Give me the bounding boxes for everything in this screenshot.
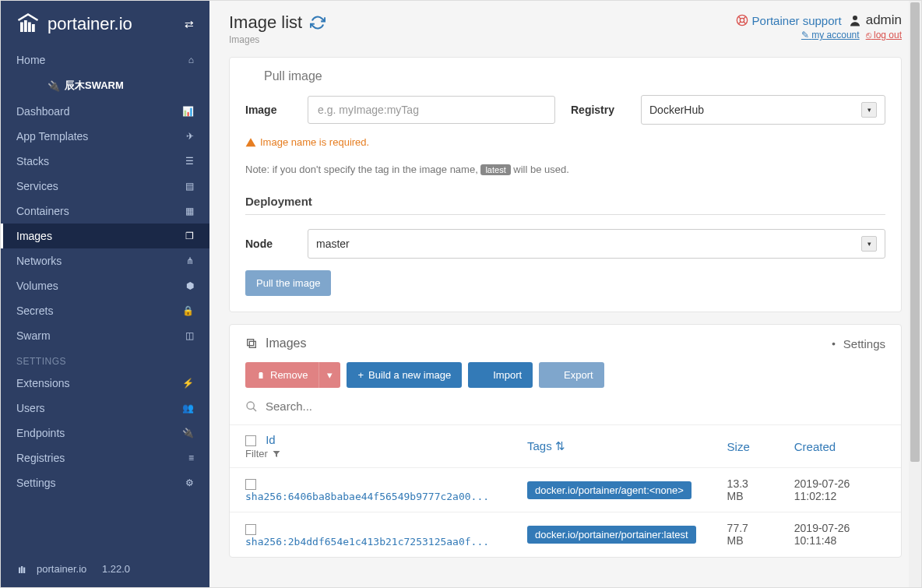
- svg-line-10: [744, 22, 746, 24]
- breadcrumb: Images: [229, 34, 326, 45]
- bolt-icon: ⚡: [182, 378, 194, 389]
- sidebar-item-volumes[interactable]: Volumes⬢: [1, 273, 209, 298]
- image-id-link[interactable]: sha256:6406ba8babae44f56549b9777c2a00...: [245, 491, 489, 502]
- support-link[interactable]: Portainer support: [736, 14, 842, 27]
- sidebar-item-dashboard[interactable]: Dashboard📊: [1, 99, 209, 124]
- select-all-checkbox[interactable]: [245, 435, 256, 446]
- nav: Home⌂ 🔌辰木SWARM Dashboard📊 App Templates✈…: [1, 48, 209, 550]
- pull-image-button[interactable]: Pull the image: [245, 270, 331, 296]
- sidebar-item-registries[interactable]: Registries≡: [1, 445, 209, 470]
- registry-select[interactable]: DockerHub ▾: [641, 95, 885, 125]
- svg-line-11: [738, 22, 741, 24]
- svg-rect-1: [24, 20, 27, 32]
- svg-rect-6: [23, 568, 25, 574]
- sidebar-item-home[interactable]: Home⌂: [1, 48, 209, 72]
- remove-button[interactable]: Remove: [245, 362, 318, 388]
- svg-rect-14: [249, 341, 255, 347]
- svg-line-12: [744, 16, 746, 19]
- object-group-icon: ◫: [185, 330, 194, 341]
- warning-icon: [245, 137, 256, 148]
- tachometer-icon: 📊: [182, 106, 194, 117]
- cogs-icon: ⚙: [185, 477, 194, 488]
- clone-icon: [245, 337, 258, 350]
- sort-icon[interactable]: ⇅: [555, 439, 565, 452]
- download-icon: [550, 371, 559, 380]
- svg-rect-5: [21, 566, 23, 573]
- image-input[interactable]: [308, 96, 555, 124]
- version-text: 1.22.0: [102, 563, 130, 575]
- sidebar-item-images[interactable]: Images❐: [1, 224, 209, 248]
- sidebar-item-extensions[interactable]: Extensions⚡: [1, 371, 209, 396]
- svg-rect-15: [248, 340, 254, 346]
- home-icon: ⌂: [188, 55, 194, 65]
- svg-point-8: [740, 18, 744, 22]
- sidebar-item-containers[interactable]: Containers▦: [1, 199, 209, 224]
- images-header: Images Settings: [230, 325, 901, 362]
- trash-icon: [256, 371, 266, 380]
- svg-rect-3: [32, 24, 35, 32]
- import-button[interactable]: Import: [468, 362, 533, 388]
- sidebar-item-users[interactable]: Users👥: [1, 396, 209, 421]
- scrollbar[interactable]: [909, 1, 921, 587]
- node-select[interactable]: master ▾: [308, 229, 885, 259]
- sidebar-item-services[interactable]: Services▤: [1, 174, 209, 199]
- sidebar-item-secrets[interactable]: Secrets🔒: [1, 298, 209, 323]
- build-image-button[interactable]: +Build a new image: [347, 362, 462, 388]
- users-icon: 👥: [182, 403, 194, 414]
- main-content: Image list Images Portainer support admi…: [209, 1, 921, 587]
- sitemap-icon: ⋔: [186, 255, 194, 266]
- svg-rect-0: [20, 23, 23, 33]
- panel-settings-button[interactable]: Settings: [828, 337, 885, 350]
- plug-icon: 🔌: [182, 428, 194, 438]
- sidebar: portainer.io ⇄ Home⌂ 🔌辰木SWARM Dashboard📊…: [1, 1, 209, 587]
- remove-dropdown-button[interactable]: ▾: [318, 362, 340, 388]
- logo[interactable]: portainer.io ⇄: [1, 1, 209, 48]
- col-created[interactable]: Created: [794, 440, 836, 453]
- sidebar-toggle-icon[interactable]: ⇄: [185, 18, 194, 30]
- list-alt-icon: ▤: [185, 181, 194, 192]
- cubes-icon: ▦: [185, 206, 194, 217]
- search-input[interactable]: [266, 400, 885, 413]
- clone-icon: ❐: [185, 231, 194, 241]
- filter-toggle[interactable]: Filter: [245, 448, 496, 459]
- sidebar-item-swarm[interactable]: Swarm◫: [1, 323, 209, 348]
- col-size[interactable]: Size: [727, 440, 750, 453]
- endpoint-label[interactable]: 🔌辰木SWARM: [1, 72, 209, 99]
- lock-icon: 🔒: [182, 305, 194, 316]
- col-id[interactable]: Id: [266, 433, 276, 446]
- sidebar-item-settings[interactable]: Settings⚙: [1, 470, 209, 495]
- sidebar-item-networks[interactable]: Networks⋔: [1, 248, 209, 273]
- sidebar-item-endpoints[interactable]: Endpoints🔌: [1, 421, 209, 445]
- svg-point-16: [832, 342, 835, 345]
- row-checkbox[interactable]: [245, 524, 256, 535]
- svg-line-9: [738, 16, 741, 19]
- deployment-section-title: Deployment: [245, 195, 885, 215]
- node-label: Node: [245, 238, 292, 250]
- export-button[interactable]: Export: [539, 362, 604, 388]
- plus-icon: +: [357, 369, 364, 381]
- sidebar-item-stacks[interactable]: Stacks☰: [1, 149, 209, 174]
- user-icon: [848, 13, 862, 27]
- col-tags[interactable]: Tags: [527, 439, 552, 452]
- svg-point-17: [247, 402, 254, 409]
- brand-text: portainer.io: [48, 14, 132, 34]
- image-label: Image: [245, 104, 292, 116]
- sidebar-item-app-templates[interactable]: App Templates✈: [1, 124, 209, 149]
- chevron-down-icon: ▾: [861, 102, 877, 118]
- table-row: sha256:2b4ddf654e1c413b21c7253125aa0f...…: [230, 512, 901, 557]
- upload-icon: [479, 371, 488, 380]
- pull-image-panel: Pull image Image Registry DockerHub ▾ Im…: [229, 57, 902, 312]
- validation-warning: Image name is required.: [245, 136, 885, 148]
- refresh-icon[interactable]: [310, 15, 326, 30]
- my-account-link[interactable]: ✎ my account: [801, 30, 860, 40]
- database-icon: ≡: [188, 452, 194, 463]
- image-id-link[interactable]: sha256:2b4ddf654e1c413b21c7253125aa0f...: [245, 536, 489, 548]
- scrollthumb[interactable]: [910, 2, 920, 462]
- logout-link[interactable]: ⎋ log out: [866, 30, 902, 40]
- svg-rect-4: [19, 568, 20, 574]
- row-checkbox[interactable]: [245, 479, 256, 490]
- image-tag: docker.io/portainer/agent:<none>: [527, 481, 692, 499]
- image-size: 77.7 MB: [712, 512, 779, 557]
- svg-rect-2: [28, 23, 31, 33]
- rocket-icon: ✈: [186, 131, 194, 142]
